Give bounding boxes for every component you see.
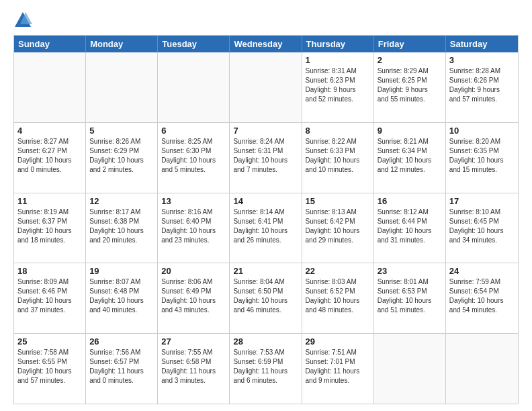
cal-cell: 11Sunrise: 8:19 AMSunset: 6:37 PMDayligh…	[14, 193, 86, 263]
day-info: Sunrise: 8:28 AMSunset: 6:26 PMDaylight:…	[449, 66, 515, 104]
calendar: SundayMondayTuesdayWednesdayThursdayFrid…	[13, 35, 519, 404]
cal-cell: 6Sunrise: 8:25 AMSunset: 6:30 PMDaylight…	[158, 123, 230, 193]
cal-cell: 7Sunrise: 8:24 AMSunset: 6:31 PMDaylight…	[230, 123, 302, 193]
header-day-saturday: Saturday	[446, 36, 518, 52]
day-number: 27	[161, 336, 226, 347]
calendar-body: 1Sunrise: 8:31 AMSunset: 6:23 PMDaylight…	[14, 52, 518, 404]
day-number: 10	[449, 126, 515, 136]
day-info: Sunrise: 8:03 AMSunset: 6:52 PMDaylight:…	[306, 277, 370, 315]
day-info: Sunrise: 8:10 AMSunset: 6:45 PMDaylight:…	[449, 208, 515, 245]
day-info: Sunrise: 8:16 AMSunset: 6:40 PMDaylight:…	[161, 208, 226, 245]
day-info: Sunrise: 8:17 AMSunset: 6:38 PMDaylight:…	[89, 208, 154, 245]
day-number: 13	[161, 196, 226, 206]
cal-cell: 3Sunrise: 8:28 AMSunset: 6:26 PMDaylight…	[446, 52, 518, 122]
header-day-tuesday: Tuesday	[158, 36, 230, 52]
cal-cell: 9Sunrise: 8:21 AMSunset: 6:34 PMDaylight…	[374, 123, 446, 193]
cal-cell: 21Sunrise: 8:04 AMSunset: 6:50 PMDayligh…	[230, 263, 302, 333]
day-number: 24	[449, 266, 515, 276]
logo-icon	[13, 11, 32, 30]
day-info: Sunrise: 8:31 AMSunset: 6:23 PMDaylight:…	[306, 66, 370, 104]
cal-cell: 15Sunrise: 8:13 AMSunset: 6:42 PMDayligh…	[302, 193, 374, 263]
day-info: Sunrise: 8:01 AMSunset: 6:53 PMDaylight:…	[378, 277, 442, 315]
day-number: 21	[233, 266, 298, 276]
day-number: 19	[89, 266, 154, 276]
cal-cell: 2Sunrise: 8:29 AMSunset: 6:25 PMDaylight…	[374, 52, 446, 122]
cal-cell: 1Sunrise: 8:31 AMSunset: 6:23 PMDaylight…	[302, 52, 374, 122]
header-day-monday: Monday	[86, 36, 158, 52]
cal-cell	[86, 52, 158, 122]
day-info: Sunrise: 8:24 AMSunset: 6:31 PMDaylight:…	[233, 137, 298, 175]
week-row-5: 25Sunrise: 7:58 AMSunset: 6:55 PMDayligh…	[14, 333, 518, 404]
page: SundayMondayTuesdayWednesdayThursdayFrid…	[0, 0, 532, 411]
day-info: Sunrise: 8:22 AMSunset: 6:33 PMDaylight:…	[306, 137, 370, 175]
week-row-1: 1Sunrise: 8:31 AMSunset: 6:23 PMDaylight…	[14, 52, 518, 122]
cal-cell	[374, 334, 446, 404]
day-number: 14	[233, 196, 298, 206]
week-row-4: 18Sunrise: 8:09 AMSunset: 6:46 PMDayligh…	[14, 263, 518, 333]
day-number: 9	[378, 126, 442, 136]
day-info: Sunrise: 8:27 AMSunset: 6:27 PMDaylight:…	[17, 137, 82, 175]
day-info: Sunrise: 8:12 AMSunset: 6:44 PMDaylight:…	[378, 208, 442, 245]
day-number: 18	[17, 266, 82, 276]
day-info: Sunrise: 8:06 AMSunset: 6:49 PMDaylight:…	[161, 277, 226, 315]
cal-cell: 14Sunrise: 8:14 AMSunset: 6:41 PMDayligh…	[230, 193, 302, 263]
day-number: 20	[161, 266, 226, 276]
day-number: 26	[89, 336, 154, 347]
day-info: Sunrise: 8:26 AMSunset: 6:29 PMDaylight:…	[89, 137, 154, 175]
day-info: Sunrise: 8:29 AMSunset: 6:25 PMDaylight:…	[378, 66, 442, 104]
day-info: Sunrise: 7:51 AMSunset: 7:01 PMDaylight:…	[306, 348, 370, 385]
cal-cell: 17Sunrise: 8:10 AMSunset: 6:45 PMDayligh…	[446, 193, 518, 263]
header-day-wednesday: Wednesday	[230, 36, 302, 52]
header-day-thursday: Thursday	[302, 36, 374, 52]
day-number: 25	[17, 336, 82, 347]
calendar-header: SundayMondayTuesdayWednesdayThursdayFrid…	[14, 36, 518, 52]
day-info: Sunrise: 7:56 AMSunset: 6:57 PMDaylight:…	[89, 348, 154, 385]
day-number: 28	[233, 336, 298, 347]
day-info: Sunrise: 8:13 AMSunset: 6:42 PMDaylight:…	[306, 208, 370, 245]
header-day-sunday: Sunday	[14, 36, 86, 52]
cal-cell: 4Sunrise: 8:27 AMSunset: 6:27 PMDaylight…	[14, 123, 86, 193]
day-info: Sunrise: 8:04 AMSunset: 6:50 PMDaylight:…	[233, 277, 298, 315]
day-info: Sunrise: 7:55 AMSunset: 6:58 PMDaylight:…	[161, 348, 226, 385]
day-info: Sunrise: 7:59 AMSunset: 6:54 PMDaylight:…	[449, 277, 515, 315]
cal-cell: 20Sunrise: 8:06 AMSunset: 6:49 PMDayligh…	[158, 263, 230, 333]
cal-cell: 18Sunrise: 8:09 AMSunset: 6:46 PMDayligh…	[14, 263, 86, 333]
day-number: 8	[306, 126, 370, 136]
cal-cell: 12Sunrise: 8:17 AMSunset: 6:38 PMDayligh…	[86, 193, 158, 263]
cal-cell: 13Sunrise: 8:16 AMSunset: 6:40 PMDayligh…	[158, 193, 230, 263]
day-number: 3	[449, 55, 515, 65]
day-number: 22	[306, 266, 370, 276]
cal-cell: 23Sunrise: 8:01 AMSunset: 6:53 PMDayligh…	[374, 263, 446, 333]
cal-cell: 25Sunrise: 7:58 AMSunset: 6:55 PMDayligh…	[14, 334, 86, 404]
cal-cell: 29Sunrise: 7:51 AMSunset: 7:01 PMDayligh…	[302, 334, 374, 404]
day-info: Sunrise: 8:25 AMSunset: 6:30 PMDaylight:…	[161, 137, 226, 175]
day-number: 2	[378, 55, 442, 65]
cal-cell: 28Sunrise: 7:53 AMSunset: 6:59 PMDayligh…	[230, 334, 302, 404]
cal-cell	[158, 52, 230, 122]
cal-cell: 22Sunrise: 8:03 AMSunset: 6:52 PMDayligh…	[302, 263, 374, 333]
cal-cell	[14, 52, 86, 122]
day-number: 16	[378, 196, 442, 206]
cal-cell: 19Sunrise: 8:07 AMSunset: 6:48 PMDayligh…	[86, 263, 158, 333]
cal-cell: 24Sunrise: 7:59 AMSunset: 6:54 PMDayligh…	[446, 263, 518, 333]
day-number: 7	[233, 126, 298, 136]
cal-cell	[446, 334, 518, 404]
cal-cell: 8Sunrise: 8:22 AMSunset: 6:33 PMDaylight…	[302, 123, 374, 193]
week-row-2: 4Sunrise: 8:27 AMSunset: 6:27 PMDaylight…	[14, 122, 518, 193]
day-number: 6	[161, 126, 226, 136]
day-number: 17	[449, 196, 515, 206]
day-number: 5	[89, 126, 154, 136]
cal-cell: 5Sunrise: 8:26 AMSunset: 6:29 PMDaylight…	[86, 123, 158, 193]
day-info: Sunrise: 8:19 AMSunset: 6:37 PMDaylight:…	[17, 208, 82, 245]
cal-cell: 16Sunrise: 8:12 AMSunset: 6:44 PMDayligh…	[374, 193, 446, 263]
day-number: 23	[378, 266, 442, 276]
week-row-3: 11Sunrise: 8:19 AMSunset: 6:37 PMDayligh…	[14, 193, 518, 263]
header	[13, 11, 519, 30]
day-info: Sunrise: 8:20 AMSunset: 6:35 PMDaylight:…	[449, 137, 515, 175]
cal-cell: 27Sunrise: 7:55 AMSunset: 6:58 PMDayligh…	[158, 334, 230, 404]
day-info: Sunrise: 7:53 AMSunset: 6:59 PMDaylight:…	[233, 348, 298, 385]
day-info: Sunrise: 8:07 AMSunset: 6:48 PMDaylight:…	[89, 277, 154, 315]
cal-cell: 26Sunrise: 7:56 AMSunset: 6:57 PMDayligh…	[86, 334, 158, 404]
cal-cell	[230, 52, 302, 122]
day-info: Sunrise: 7:58 AMSunset: 6:55 PMDaylight:…	[17, 348, 82, 385]
